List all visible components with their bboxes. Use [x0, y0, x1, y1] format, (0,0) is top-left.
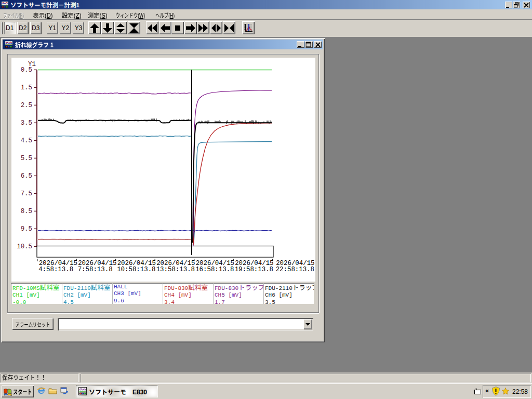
svg-text:3.5: 3.5	[21, 119, 32, 127]
svg-text:4.5: 4.5	[21, 137, 32, 144]
svg-text:16:58:13.8: 16:58:13.8	[195, 266, 234, 273]
svg-text:7.5: 7.5	[21, 190, 32, 197]
svg-text:4:58:13.8: 4:58:13.8	[38, 266, 73, 273]
svg-text:9.5: 9.5	[21, 225, 32, 233]
svg-text:5.5: 5.5	[21, 155, 32, 162]
svg-text:13:58:13.8: 13:58:13.8	[156, 266, 195, 273]
svg-text:1.5: 1.5	[21, 84, 32, 91]
svg-text:2.5: 2.5	[21, 102, 32, 109]
svg-text:0.5: 0.5	[21, 66, 32, 74]
svg-text:8.5: 8.5	[21, 208, 32, 215]
svg-text:19:58:13.8: 19:58:13.8	[235, 266, 273, 273]
svg-text:10:58:13.8: 10:58:13.8	[117, 266, 155, 273]
svg-text:10.5: 10.5	[17, 243, 32, 250]
svg-text:6.5: 6.5	[21, 172, 32, 180]
svg-text:22:58:13.8: 22:58:13.8	[276, 266, 314, 273]
svg-text:7:58:13.8: 7:58:13.8	[78, 266, 113, 273]
